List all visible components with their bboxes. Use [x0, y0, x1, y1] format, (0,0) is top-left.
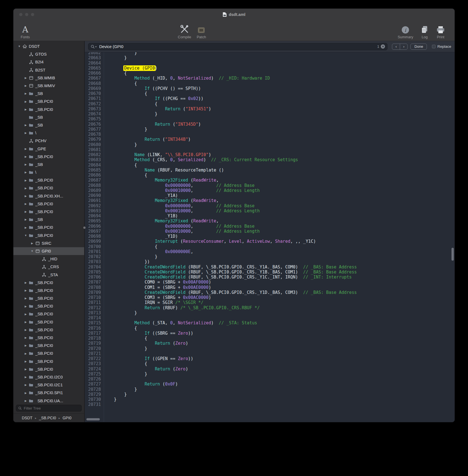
disclosure-triangle-icon[interactable]: ▶ — [23, 171, 28, 174]
disclosure-triangle-icon[interactable]: ▶ — [23, 218, 28, 221]
tree-item-sb-pci0[interactable]: ▶_SB.PCI0 — [13, 176, 84, 184]
tree-item-sb-pci0[interactable]: ▶_SB.PCI0 — [13, 349, 84, 357]
disclosure-triangle-icon[interactable]: ▶ — [23, 210, 28, 213]
tree-item-sb-pci0[interactable]: ▶_SB.PCI0 — [13, 208, 84, 216]
log-button[interactable]: Log — [420, 24, 429, 39]
disclosure-triangle-icon[interactable]: ▶ — [23, 187, 28, 190]
tree-item-sb-pci0[interactable]: ▶_SB.PCI0 — [13, 184, 84, 192]
find-next-button[interactable]: › — [400, 44, 407, 49]
tree-item-dsdt[interactable]: ▼DSDT — [13, 42, 84, 50]
tree-item-sb-pci0[interactable]: ▶_SB.PCI0 — [13, 97, 84, 105]
disclosure-triangle-icon[interactable]: ▶ — [23, 92, 28, 95]
zoom-button[interactable] — [31, 13, 34, 16]
tree-item-sb[interactable]: ▶_SB — [13, 121, 84, 129]
tree-item-sb-pci0[interactable]: ▶_SB.PCI0 — [13, 223, 84, 231]
tree-item-hid[interactable]: _HID — [13, 255, 84, 263]
clear-search-icon[interactable]: ✕ — [381, 44, 385, 49]
tree-item-sb[interactable]: ▶_SB — [13, 216, 84, 223]
tree-item-sb-pci0-i2c0[interactable]: ▶_SB.PCI0.I2C0 — [13, 373, 84, 381]
disclosure-triangle-icon[interactable]: ▶ — [23, 132, 28, 134]
disclosure-triangle-icon[interactable]: ▶ — [23, 305, 28, 308]
tree-item-sb-pci0-i2c1[interactable]: ▶_SB.PCI0.I2C1 — [13, 381, 84, 389]
tree-item-sb-wmib[interactable]: ▶_SB.WMIB — [13, 74, 84, 82]
tree-item-b2st[interactable]: B2ST — [13, 66, 84, 74]
disclosure-triangle-icon[interactable]: ▶ — [23, 155, 28, 158]
disclosure-triangle-icon[interactable]: ▶ — [23, 360, 28, 363]
tree-item-[interactable]: ▶\ — [13, 129, 84, 137]
tree-item-sb-pci0[interactable]: ▶_SB.PCI0 — [13, 106, 84, 113]
tree-item-sb-pci0-spi1[interactable]: ▶_SB.PCI0.SPI1 — [13, 389, 84, 397]
tree-item-sb-pci0[interactable]: ▶_SB.PCI0 — [13, 310, 84, 318]
tree-item-sb-wmiv[interactable]: ▶_SB.WMIV — [13, 82, 84, 90]
tree-item-sb-pci0[interactable]: ▶_SB.PCI0 — [13, 342, 84, 349]
disclosure-triangle-icon[interactable]: ▶ — [23, 313, 28, 316]
disclosure-triangle-icon[interactable]: ▶ — [23, 384, 28, 386]
tree-item-sb-pci0[interactable]: ▶_SB.PCI0 — [13, 287, 84, 294]
tree-item-gpi0[interactable]: ▼GPI0 — [13, 247, 84, 255]
tree-item-pchv[interactable]: PCHV — [13, 137, 84, 145]
tree-item-sb-pci0[interactable]: ▼_SB.PCI0 — [13, 232, 84, 239]
tree-item-sta[interactable]: _STA — [13, 271, 84, 279]
disclosure-triangle-icon[interactable]: ▶ — [23, 368, 28, 371]
fonts-button[interactable]: A Fonts — [21, 24, 30, 39]
disclosure-triangle-icon[interactable]: ▶ — [23, 336, 28, 339]
disclosure-triangle-icon[interactable]: ▶ — [23, 124, 28, 127]
disclosure-triangle-icon[interactable]: ▶ — [23, 163, 28, 166]
print-button[interactable]: Print — [436, 24, 445, 39]
disclosure-triangle-icon[interactable]: ▶ — [23, 100, 28, 103]
disclosure-triangle-icon[interactable]: ▶ — [23, 226, 28, 229]
summary-button[interactable]: i Summary — [398, 24, 413, 39]
breadcrumb-item[interactable]: _SB.PCI0 — [39, 416, 56, 420]
horizontal-scrollbar[interactable] — [86, 418, 100, 420]
disclosure-triangle-icon[interactable]: ▶ — [23, 399, 28, 402]
tree-item-gtos[interactable]: GTOS — [13, 50, 84, 58]
disclosure-triangle-icon[interactable]: ▶ — [23, 392, 28, 394]
tree-item-[interactable]: ▶\ — [13, 168, 84, 176]
tree-item-sb[interactable]: ▶_SB — [13, 161, 84, 168]
tree-item-sb-pci0[interactable]: ▶_SB.PCI0 — [13, 358, 84, 365]
disclosure-triangle-icon[interactable]: ▶ — [23, 376, 28, 379]
disclosure-triangle-icon[interactable]: ▶ — [23, 289, 28, 292]
disclosure-triangle-icon[interactable]: ▼ — [30, 250, 35, 253]
filter-field[interactable] — [16, 405, 82, 411]
disclosure-triangle-icon[interactable]: ▶ — [23, 195, 28, 197]
disclosure-triangle-icon[interactable]: ▼ — [23, 234, 28, 237]
vertical-scrollbar[interactable] — [452, 248, 454, 261]
find-input[interactable] — [99, 44, 375, 49]
tree-item-b2i4[interactable]: B2I4 — [13, 58, 84, 66]
tree-item-sb-pci0[interactable]: ▶_SB.PCI0 — [13, 200, 84, 208]
disclosure-triangle-icon[interactable]: ▶ — [23, 77, 28, 79]
disclosure-triangle-icon[interactable]: ▶ — [23, 147, 28, 150]
minimize-button[interactable] — [25, 13, 29, 16]
disclosure-triangle-icon[interactable]: ▶ — [23, 352, 28, 355]
close-button[interactable] — [19, 13, 23, 16]
tree-item-sb-pci0-xh[interactable]: ▶_SB.PCI0.XH... — [13, 192, 84, 200]
tree-item-sb[interactable]: ▶_SB — [13, 90, 84, 97]
disclosure-triangle-icon[interactable]: ▶ — [23, 329, 28, 331]
tree-item-crs[interactable]: _CRS — [13, 263, 84, 271]
tree-item-sb-pci0[interactable]: ▶_SB.PCI0 — [13, 365, 84, 373]
disclosure-triangle-icon[interactable]: ▶ — [23, 297, 28, 300]
tree-item-sb-pci0[interactable]: ▶_SB.PCI0 — [13, 153, 84, 161]
compile-button[interactable]: Compile — [178, 24, 191, 39]
tree-item-sb-pci0[interactable]: ▶_SB.PCI0 — [13, 294, 84, 302]
disclosure-triangle-icon[interactable]: ▶ — [23, 203, 28, 205]
tree-item-sirc[interactable]: ▶SIRC — [13, 239, 84, 247]
disclosure-triangle-icon[interactable]: ▶ — [23, 108, 28, 111]
patch-button[interactable]: Patch — [197, 24, 206, 39]
tree-item-sb[interactable]: _SB — [13, 113, 84, 121]
disclosure-triangle-icon[interactable]: ▶ — [23, 179, 28, 182]
tree-item-gpe[interactable]: ▶_GPE — [13, 145, 84, 153]
breadcrumb-item[interactable]: GPI0 — [63, 416, 72, 420]
done-button[interactable]: Done — [410, 44, 427, 50]
tree-item-sb-pci0-ua[interactable]: ▶_SB.PCI0.UA... — [13, 397, 84, 403]
tree-item-sb-pci0[interactable]: ▶_SB.PCI0 — [13, 334, 84, 342]
tree-item-sb-pci0[interactable]: ▶_SB.PCI0 — [13, 326, 84, 334]
filter-tree-input[interactable] — [23, 406, 79, 411]
code-editor[interactable]: 20662 }20663 }2066420665 Device (GPI0)20… — [85, 52, 455, 422]
disclosure-triangle-icon[interactable]: ▶ — [23, 321, 28, 323]
find-field[interactable]: 1 ✕ — [88, 43, 387, 50]
breadcrumb-item[interactable]: DSDT — [22, 416, 32, 420]
tree-item-sb-pci0[interactable]: ▶_SB.PCI0 — [13, 302, 84, 310]
disclosure-triangle-icon[interactable]: ▶ — [23, 281, 28, 284]
